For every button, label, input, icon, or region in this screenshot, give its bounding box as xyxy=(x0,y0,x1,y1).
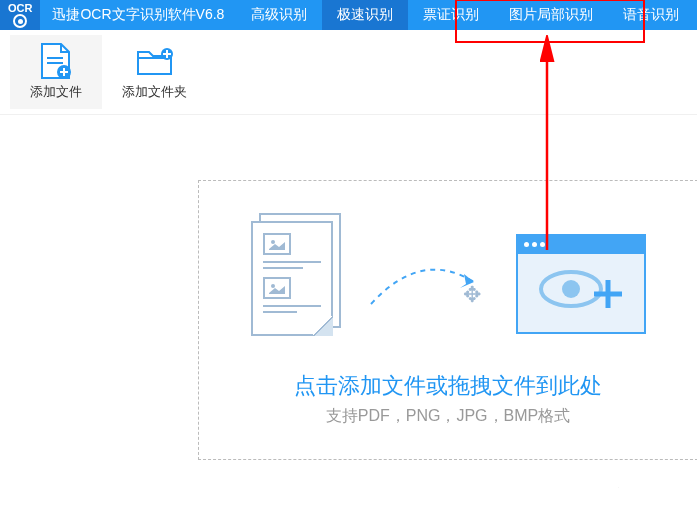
eye-icon xyxy=(13,14,27,28)
preview-icon xyxy=(516,234,646,334)
drop-zone-title: 点击添加文件或拖拽文件到此处 xyxy=(229,371,667,401)
move-icon: ✥ xyxy=(463,282,481,308)
drop-zone[interactable]: ✥ 点击添加文件或拖拽文件到此处 支持PDF，PNG，JPG，BMP格式 xyxy=(198,180,697,460)
watermark: 兴顺综合新闻网 xyxy=(469,459,672,497)
svg-point-10 xyxy=(271,240,275,244)
drop-zone-text: 点击添加文件或拖拽文件到此处 支持PDF，PNG，JPG，BMP格式 xyxy=(229,371,667,427)
tab-bar: 高级识别 极速识别 票证识别 图片局部识别 语音识别 xyxy=(236,0,694,30)
tab-advanced[interactable]: 高级识别 xyxy=(236,0,322,30)
drop-zone-graphic: ✥ xyxy=(229,221,667,346)
app-title: 迅捷OCR文字识别软件V6.8 xyxy=(40,6,236,24)
logo-text: OCR xyxy=(8,2,32,14)
add-file-button[interactable]: 添加文件 xyxy=(10,35,102,109)
add-folder-label: 添加文件夹 xyxy=(122,83,187,101)
svg-point-14 xyxy=(562,280,580,298)
file-add-icon xyxy=(36,43,76,78)
tab-partial[interactable]: 图片局部识别 xyxy=(494,0,608,30)
add-folder-button[interactable]: 添加文件夹 xyxy=(102,35,207,109)
drop-zone-subtitle: 支持PDF，PNG，JPG，BMP格式 xyxy=(229,406,667,427)
toolbar: 添加文件 添加文件夹 xyxy=(0,30,697,115)
tab-ticket[interactable]: 票证识别 xyxy=(408,0,494,30)
document-icon xyxy=(251,221,346,346)
app-header: OCR 迅捷OCR文字识别软件V6.8 高级识别 极速识别 票证识别 图片局部识… xyxy=(0,0,697,30)
tab-voice[interactable]: 语音识别 xyxy=(608,0,694,30)
arrow-icon: ✥ xyxy=(366,254,496,314)
add-file-label: 添加文件 xyxy=(30,83,82,101)
main-area: ✥ 点击添加文件或拖拽文件到此处 支持PDF，PNG，JPG，BMP格式 xyxy=(0,115,697,505)
tab-fast[interactable]: 极速识别 xyxy=(322,0,408,30)
svg-point-11 xyxy=(271,284,275,288)
folder-add-icon xyxy=(135,43,175,78)
app-logo: OCR xyxy=(0,0,40,30)
